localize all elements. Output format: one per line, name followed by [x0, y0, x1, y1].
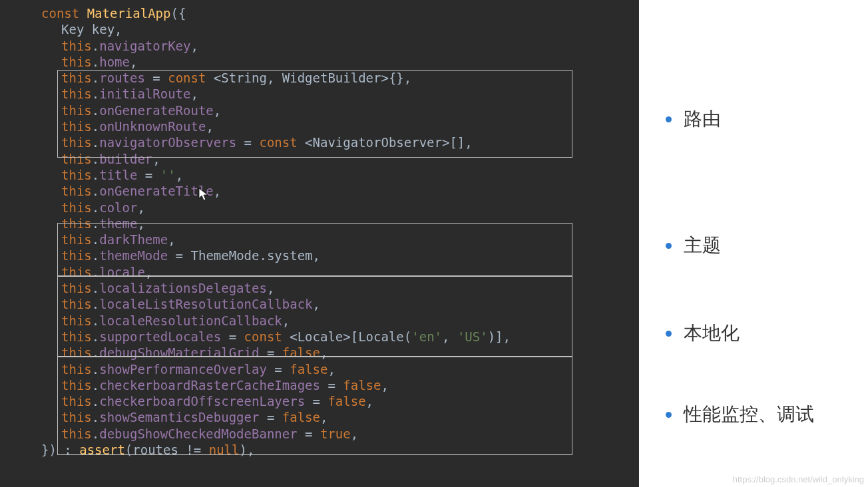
annotation-locale: 本地化: [666, 321, 740, 346]
code-line-19: this.localeListResolutionCallback,: [0, 296, 639, 312]
code-line-13: this.color,: [0, 200, 639, 216]
annotation-panel: 路由 主题 本地化 性能监控、调试 https://blog.csdn.net/…: [639, 0, 868, 487]
code-line-3: this.navigatorKey,: [0, 38, 639, 54]
annotation-theme: 主题: [666, 233, 721, 258]
code-editor[interactable]: const MaterialApp({ Key key, this.naviga…: [0, 0, 639, 487]
code-line-26: this.showSemanticsDebugger = false,: [0, 409, 639, 425]
watermark: https://blog.csdn.net/wild_onlyking: [733, 474, 864, 484]
class-name: MaterialApp: [87, 6, 171, 21]
code-line-22: this.debugShowMaterialGrid = false,: [0, 345, 639, 361]
bullet-icon: [666, 331, 672, 337]
code-line-28: }) : assert(routes != null),: [0, 442, 639, 458]
code-line-6: this.initialRoute,: [0, 86, 639, 102]
annotation-debug: 性能监控、调试: [666, 402, 814, 427]
code-line-23: this.showPerformanceOverlay = false,: [0, 361, 639, 377]
code-line-18: this.localizationsDelegates,: [0, 280, 639, 296]
code-line-2: Key key,: [0, 21, 639, 37]
page-root: const MaterialApp({ Key key, this.naviga…: [0, 0, 868, 487]
bullet-icon: [666, 116, 672, 122]
code-line-20: this.localeResolutionCallback,: [0, 313, 639, 329]
code-line-27: this.debugShowCheckedModeBanner = true,: [0, 426, 639, 442]
code-line-17: this.locale,: [0, 264, 639, 280]
code-line-14: this.theme,: [0, 216, 639, 232]
code-line-8: this.onUnknownRoute,: [0, 118, 639, 134]
annotation-label: 主题: [684, 233, 721, 258]
code-line-15: this.darkTheme,: [0, 232, 639, 247]
annotation-label: 性能监控、调试: [684, 402, 814, 427]
code-line-11: this.title = '',: [0, 167, 639, 183]
code-line-12: this.onGenerateTitle,: [0, 183, 639, 199]
keyword-const: const: [41, 6, 79, 21]
bullet-icon: [666, 243, 672, 249]
annotation-routes: 路由: [666, 106, 721, 132]
code-line-25: this.checkerboardOffscreenLayers = false…: [0, 393, 639, 409]
code-line-5: this.routes = const <String, WidgetBuild…: [0, 70, 639, 86]
code-line-7: this.onGenerateRoute,: [0, 102, 639, 118]
annotation-label: 路由: [684, 106, 721, 132]
code-line-4: this.home,: [0, 54, 639, 70]
annotation-label: 本地化: [684, 321, 740, 346]
code-line-16: this.themeMode = ThemeMode.system,: [0, 247, 639, 263]
bullet-icon: [666, 412, 672, 418]
code-line-24: this.checkerboardRasterCacheImages = fal…: [0, 377, 639, 393]
code-line-10: this.builder,: [0, 151, 639, 167]
code-line-9: this.navigatorObservers = const <Navigat…: [0, 134, 639, 150]
code-line-1: const MaterialApp({: [0, 5, 639, 21]
code-line-21: this.supportedLocales = const <Locale>[L…: [0, 329, 639, 345]
